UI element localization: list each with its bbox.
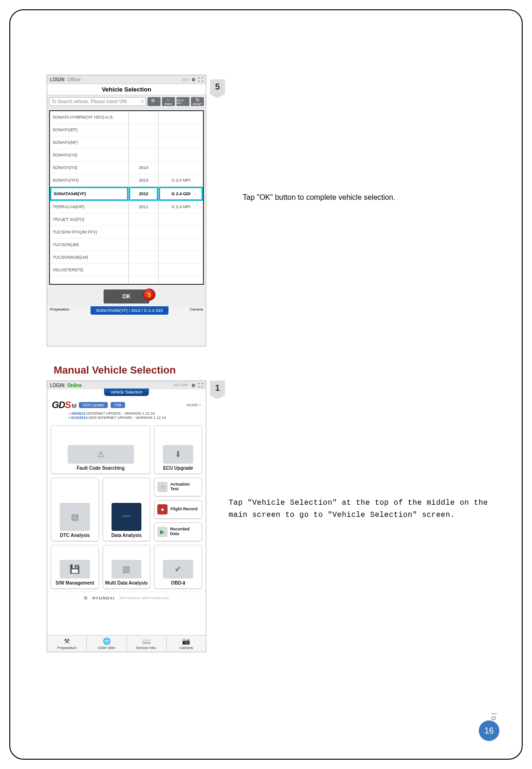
- tile-multi-data[interactable]: ▥ Multi Data Analysis: [103, 545, 151, 589]
- model-cell[interactable]: TUCSON/ix35(LM): [50, 251, 128, 264]
- year-cell[interactable]: 2011: [129, 201, 158, 213]
- engine-cell[interactable]: [159, 213, 203, 226]
- ok-button[interactable]: OK: [104, 289, 149, 303]
- year-cell[interactable]: [129, 264, 158, 276]
- fullscreen-icon[interactable]: ⛶: [198, 77, 203, 82]
- year-cell[interactable]: [129, 239, 158, 251]
- vci-label: VCI: [182, 78, 189, 82]
- search-button[interactable]: 🔍: [147, 97, 161, 106]
- bottom-tab-camera[interactable]: Camera: [187, 306, 206, 312]
- hyundai-tagline: NEW THINKING. NEW POSSIBILITIES.: [119, 597, 169, 600]
- obd-icon: ✔: [163, 560, 193, 579]
- model-cell[interactable]: SONATA HYBRID(YF HEV)-U.S.: [50, 111, 128, 124]
- tile-label: Actuation Test: [170, 482, 199, 492]
- nav-label: Preparation: [57, 646, 76, 650]
- nav-label: Camera: [180, 646, 193, 650]
- flight-icon: ●: [157, 504, 168, 515]
- model-cell[interactable]: SONATA(Y3): [50, 162, 128, 174]
- logo-d: D: [59, 400, 65, 410]
- engine-cell[interactable]: [159, 251, 203, 264]
- fullscreen-icon-2[interactable]: ⛶: [198, 383, 203, 388]
- model-cell[interactable]: SONATA(NF): [50, 136, 128, 149]
- preparation-icon: ⚒: [64, 637, 70, 645]
- section-title: Manual Vehicle Selection: [54, 364, 176, 376]
- model-cell[interactable]: VELOSTER(FS): [50, 264, 128, 276]
- sw-icon: 💾: [60, 560, 90, 579]
- model-cell[interactable]: SONATA(EF): [50, 124, 128, 136]
- year-cell[interactable]: 2012: [129, 187, 158, 201]
- model-cell[interactable]: TUCSON(JM): [50, 239, 128, 251]
- auto-vin-button[interactable]: AUTO VIN: [176, 97, 189, 106]
- engine-cell[interactable]: [159, 149, 203, 162]
- prev-label: PREV: [165, 103, 172, 106]
- engine-cell[interactable]: [159, 111, 203, 124]
- clear-icon[interactable]: ×: [141, 99, 144, 104]
- year-cell[interactable]: [129, 149, 158, 162]
- model-cell[interactable]: TUCSON FFV(JM FFV): [50, 226, 128, 239]
- tile-actuation-test[interactable]: ⎍ Actuation Test: [154, 478, 202, 496]
- hyundai-logo-icon: ⦿: [84, 596, 88, 600]
- year-cell[interactable]: 2013: [129, 174, 158, 187]
- year-cell[interactable]: [129, 251, 158, 264]
- engine-cell[interactable]: [159, 162, 203, 174]
- tile-ecu-upgrade[interactable]: ⬇ ECU Upgrade: [154, 425, 202, 474]
- step-5-instruction: Tap "OK" button to complete vehicle sele…: [243, 191, 504, 204]
- nav-camera[interactable]: 📷Camera: [167, 635, 206, 652]
- update-text: GDS INTERNET UPDATE - VERSION 1.12.14: [89, 416, 166, 420]
- engine-cell[interactable]: G 2.4 MPI: [159, 201, 203, 213]
- year-cell[interactable]: 2014: [129, 162, 158, 174]
- tile-grid: ⚠ Fault Code Searching ⬇ ECU Upgrade ▤ D…: [47, 423, 206, 592]
- engine-cell[interactable]: G 2.4 GDI: [159, 187, 203, 201]
- year-cell[interactable]: [129, 124, 158, 136]
- side-label: G |: [490, 713, 497, 720]
- gds-update-pill[interactable]: GDS Update: [79, 402, 107, 408]
- settings-icon[interactable]: ⚙: [191, 77, 196, 82]
- model-cell[interactable]: SONATA(YFI): [50, 174, 128, 187]
- logo-g: G: [52, 400, 59, 410]
- nav-service-info[interactable]: 📖Service Info.: [127, 635, 166, 652]
- tile-flight-record[interactable]: ● Flight Record: [154, 500, 202, 519]
- model-column: SONATA HYBRID(YF HEV)-U.S.SONATA(EF)SONA…: [50, 111, 129, 284]
- online-label: Online: [67, 383, 82, 388]
- year-cell[interactable]: [129, 226, 158, 239]
- page-number: 16: [479, 720, 499, 741]
- tile-dtc-analysis[interactable]: ▤ DTC Analysis: [51, 478, 99, 541]
- update-date: 3/13/2012: [71, 416, 88, 420]
- tile-sw-management[interactable]: 💾 S/W Management: [51, 545, 99, 589]
- hyundai-label: HYUNDAI: [92, 596, 115, 600]
- nav-preparation[interactable]: ⚒Preparation: [47, 635, 86, 652]
- model-cell[interactable]: SONATA(Y2): [50, 149, 128, 162]
- login-label[interactable]: LOGIN: [50, 77, 64, 82]
- tile-obd2[interactable]: ✔ OBD-Ⅱ: [154, 545, 202, 589]
- model-cell[interactable]: SONATA/i45(YF): [50, 187, 128, 201]
- tile-data-analysis[interactable]: 〰 Data Analysis: [103, 478, 151, 541]
- tile-label: ECU Upgrade: [163, 466, 193, 471]
- vin-search-input[interactable]: To Search vehicle, Please insert VIN ×: [49, 97, 146, 106]
- year-cell[interactable]: [129, 111, 158, 124]
- engine-cell[interactable]: [159, 264, 203, 276]
- tsb-pill[interactable]: TSB: [111, 402, 126, 408]
- tile-fault-code[interactable]: ⚠ Fault Code Searching: [51, 425, 150, 474]
- engine-cell[interactable]: [159, 136, 203, 149]
- prev-button[interactable]: ←PREV: [162, 97, 175, 106]
- engine-cell[interactable]: [159, 239, 203, 251]
- vehicle-selection-tab[interactable]: Vehicle Selection: [104, 388, 149, 396]
- engine-cell[interactable]: [159, 124, 203, 136]
- reset-button[interactable]: ↻RESET: [191, 97, 204, 106]
- bottom-tab-preparation[interactable]: Preparation: [47, 306, 72, 312]
- engine-cell[interactable]: G 2.0 MPI: [159, 174, 203, 187]
- callout-5-marker: 5: [143, 289, 155, 301]
- login-label-2[interactable]: LOGIN: [50, 383, 64, 388]
- year-cell[interactable]: [129, 213, 158, 226]
- model-cell[interactable]: TERRACAN(HP): [50, 201, 128, 213]
- year-cell[interactable]: [129, 136, 158, 149]
- model-cell[interactable]: TRAJET XG(FO): [50, 213, 128, 226]
- more-link[interactable]: MORE +: [187, 403, 201, 407]
- engine-cell[interactable]: [159, 226, 203, 239]
- tile-recorded-data[interactable]: ▶ Recorded Data: [154, 522, 202, 541]
- nav-gsw-web[interactable]: 🌐GSW Web: [87, 635, 126, 652]
- actuation-icon: ⎍: [157, 482, 168, 492]
- settings-icon-2[interactable]: ⚙: [191, 383, 196, 388]
- step-1-badge: 1: [210, 381, 225, 395]
- multi-icon: ▥: [112, 560, 142, 579]
